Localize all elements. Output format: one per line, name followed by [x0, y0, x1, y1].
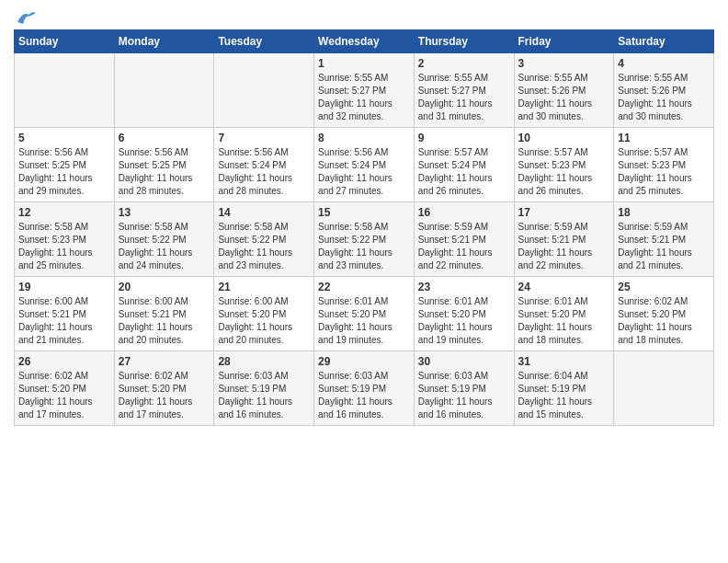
calendar-cell: 2Sunrise: 5:55 AM Sunset: 5:27 PM Daylig…: [414, 53, 514, 128]
day-number: 7: [218, 132, 310, 144]
logo: [14, 9, 36, 22]
day-number: 1: [318, 57, 410, 70]
day-header-friday: Friday: [514, 30, 614, 53]
week-row-2: 5Sunrise: 5:56 AM Sunset: 5:25 PM Daylig…: [15, 128, 714, 202]
calendar-cell: 23Sunrise: 6:01 AM Sunset: 5:20 PM Dayli…: [414, 277, 514, 351]
day-header-saturday: Saturday: [614, 30, 714, 53]
day-number: 4: [618, 57, 710, 70]
day-info: Sunrise: 6:01 AM Sunset: 5:20 PM Dayligh…: [518, 295, 610, 347]
day-number: 21: [218, 281, 310, 293]
day-number: 25: [618, 281, 710, 293]
calendar-cell: 14Sunrise: 5:58 AM Sunset: 5:22 PM Dayli…: [214, 202, 314, 277]
calendar-cell: 4Sunrise: 5:55 AM Sunset: 5:26 PM Daylig…: [614, 53, 714, 128]
day-number: 18: [618, 206, 710, 219]
calendar-cell: 17Sunrise: 5:59 AM Sunset: 5:21 PM Dayli…: [514, 202, 614, 277]
calendar-cell: 27Sunrise: 6:02 AM Sunset: 5:20 PM Dayli…: [114, 351, 214, 426]
day-number: 29: [318, 355, 410, 368]
day-number: 13: [119, 206, 210, 219]
calendar-cell: 28Sunrise: 6:03 AM Sunset: 5:19 PM Dayli…: [214, 351, 314, 426]
calendar-cell: [614, 351, 714, 426]
page-container: SundayMondayTuesdayWednesdayThursdayFrid…: [0, 0, 728, 435]
calendar-cell: 15Sunrise: 5:58 AM Sunset: 5:22 PM Dayli…: [314, 202, 415, 277]
day-info: Sunrise: 5:56 AM Sunset: 5:24 PM Dayligh…: [318, 146, 410, 198]
day-info: Sunrise: 6:03 AM Sunset: 5:19 PM Dayligh…: [218, 370, 310, 421]
week-row-5: 26Sunrise: 6:02 AM Sunset: 5:20 PM Dayli…: [15, 351, 714, 426]
header: [14, 9, 714, 22]
day-info: Sunrise: 6:00 AM Sunset: 5:20 PM Dayligh…: [218, 295, 310, 347]
day-info: Sunrise: 6:00 AM Sunset: 5:21 PM Dayligh…: [18, 295, 110, 347]
calendar-cell: 11Sunrise: 5:57 AM Sunset: 5:23 PM Dayli…: [614, 128, 714, 202]
day-number: 14: [218, 206, 310, 219]
day-info: Sunrise: 5:55 AM Sunset: 5:26 PM Dayligh…: [518, 72, 610, 123]
day-info: Sunrise: 5:56 AM Sunset: 5:25 PM Dayligh…: [119, 146, 210, 198]
calendar-cell: 20Sunrise: 6:00 AM Sunset: 5:21 PM Dayli…: [114, 277, 214, 351]
day-number: 6: [119, 132, 210, 144]
week-row-1: 1Sunrise: 5:55 AM Sunset: 5:27 PM Daylig…: [15, 53, 714, 128]
day-info: Sunrise: 5:58 AM Sunset: 5:22 PM Dayligh…: [318, 221, 410, 272]
day-number: 24: [518, 281, 610, 293]
calendar-cell: 29Sunrise: 6:03 AM Sunset: 5:19 PM Dayli…: [314, 351, 415, 426]
calendar-cell: 10Sunrise: 5:57 AM Sunset: 5:23 PM Dayli…: [514, 128, 614, 202]
day-info: Sunrise: 5:59 AM Sunset: 5:21 PM Dayligh…: [618, 221, 710, 272]
day-info: Sunrise: 6:02 AM Sunset: 5:20 PM Dayligh…: [18, 370, 110, 421]
day-number: 20: [119, 281, 210, 293]
day-number: 27: [119, 355, 210, 368]
day-info: Sunrise: 5:58 AM Sunset: 5:23 PM Dayligh…: [18, 221, 110, 272]
calendar-cell: 7Sunrise: 5:56 AM Sunset: 5:24 PM Daylig…: [214, 128, 314, 202]
calendar-cell: 3Sunrise: 5:55 AM Sunset: 5:26 PM Daylig…: [514, 53, 614, 128]
day-info: Sunrise: 5:59 AM Sunset: 5:21 PM Dayligh…: [418, 221, 510, 272]
calendar-cell: 16Sunrise: 5:59 AM Sunset: 5:21 PM Dayli…: [414, 202, 514, 277]
day-info: Sunrise: 5:59 AM Sunset: 5:21 PM Dayligh…: [518, 221, 610, 272]
day-header-monday: Monday: [114, 30, 214, 53]
day-header-thursday: Thursday: [414, 30, 514, 53]
day-info: Sunrise: 5:56 AM Sunset: 5:25 PM Dayligh…: [18, 146, 110, 198]
day-number: 28: [218, 355, 310, 368]
day-info: Sunrise: 6:04 AM Sunset: 5:19 PM Dayligh…: [518, 370, 610, 421]
day-number: 23: [418, 281, 510, 293]
day-info: Sunrise: 5:57 AM Sunset: 5:23 PM Dayligh…: [518, 146, 610, 198]
day-header-tuesday: Tuesday: [214, 30, 314, 53]
calendar-table: SundayMondayTuesdayWednesdayThursdayFrid…: [14, 29, 714, 426]
day-number: 17: [518, 206, 610, 219]
day-info: Sunrise: 6:01 AM Sunset: 5:20 PM Dayligh…: [418, 295, 510, 347]
day-info: Sunrise: 6:01 AM Sunset: 5:20 PM Dayligh…: [318, 295, 410, 347]
day-info: Sunrise: 6:02 AM Sunset: 5:20 PM Dayligh…: [618, 295, 710, 347]
calendar-cell: 30Sunrise: 6:03 AM Sunset: 5:19 PM Dayli…: [414, 351, 514, 426]
day-info: Sunrise: 5:58 AM Sunset: 5:22 PM Dayligh…: [119, 221, 210, 272]
day-number: 31: [518, 355, 610, 368]
day-number: 8: [318, 132, 410, 144]
calendar-cell: 19Sunrise: 6:00 AM Sunset: 5:21 PM Dayli…: [15, 277, 115, 351]
calendar-cell: [214, 53, 314, 128]
day-number: 30: [418, 355, 510, 368]
day-number: 3: [518, 57, 610, 70]
day-info: Sunrise: 6:03 AM Sunset: 5:19 PM Dayligh…: [318, 370, 410, 421]
day-info: Sunrise: 5:56 AM Sunset: 5:24 PM Dayligh…: [218, 146, 310, 198]
day-header-wednesday: Wednesday: [314, 30, 415, 53]
calendar-cell: 26Sunrise: 6:02 AM Sunset: 5:20 PM Dayli…: [15, 351, 115, 426]
day-info: Sunrise: 5:57 AM Sunset: 5:24 PM Dayligh…: [418, 146, 510, 198]
day-number: 22: [318, 281, 410, 293]
calendar-cell: [15, 53, 115, 128]
calendar-cell: 18Sunrise: 5:59 AM Sunset: 5:21 PM Dayli…: [614, 202, 714, 277]
calendar-cell: 8Sunrise: 5:56 AM Sunset: 5:24 PM Daylig…: [314, 128, 415, 202]
calendar-cell: 5Sunrise: 5:56 AM Sunset: 5:25 PM Daylig…: [15, 128, 115, 202]
calendar-cell: 31Sunrise: 6:04 AM Sunset: 5:19 PM Dayli…: [514, 351, 614, 426]
calendar-cell: 12Sunrise: 5:58 AM Sunset: 5:23 PM Dayli…: [15, 202, 115, 277]
day-number: 26: [18, 355, 110, 368]
day-info: Sunrise: 6:02 AM Sunset: 5:20 PM Dayligh…: [119, 370, 210, 421]
day-number: 10: [518, 132, 610, 144]
calendar-cell: 6Sunrise: 5:56 AM Sunset: 5:25 PM Daylig…: [114, 128, 214, 202]
calendar-cell: 25Sunrise: 6:02 AM Sunset: 5:20 PM Dayli…: [614, 277, 714, 351]
calendar-cell: [114, 53, 214, 128]
day-number: 16: [418, 206, 510, 219]
day-info: Sunrise: 5:58 AM Sunset: 5:22 PM Dayligh…: [218, 221, 310, 272]
calendar-cell: 1Sunrise: 5:55 AM Sunset: 5:27 PM Daylig…: [314, 53, 415, 128]
day-header-sunday: Sunday: [15, 30, 115, 53]
day-info: Sunrise: 6:03 AM Sunset: 5:19 PM Dayligh…: [418, 370, 510, 421]
week-row-3: 12Sunrise: 5:58 AM Sunset: 5:23 PM Dayli…: [15, 202, 714, 277]
day-info: Sunrise: 5:55 AM Sunset: 5:27 PM Dayligh…: [418, 72, 510, 123]
calendar-cell: 13Sunrise: 5:58 AM Sunset: 5:22 PM Dayli…: [114, 202, 214, 277]
day-number: 15: [318, 206, 410, 219]
day-number: 19: [18, 281, 110, 293]
week-row-4: 19Sunrise: 6:00 AM Sunset: 5:21 PM Dayli…: [15, 277, 714, 351]
